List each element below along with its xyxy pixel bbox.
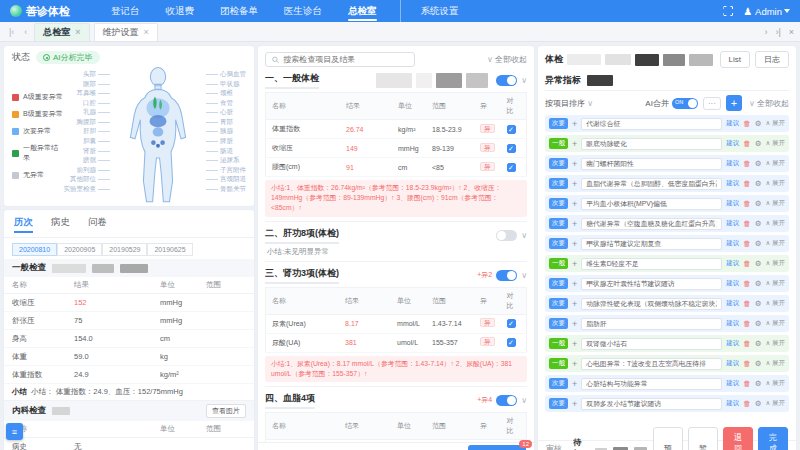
table-row[interactable]: 收缩压152mmHg xyxy=(4,294,254,312)
settings-icon[interactable]: ⚙ xyxy=(755,119,762,128)
nav-item-团检备单[interactable]: 团检备单 xyxy=(207,0,271,22)
abnormal-item[interactable]: 次要+建议🗑⚙∧ 展开 xyxy=(545,275,789,292)
abnormal-text-input[interactable] xyxy=(581,198,722,210)
section-header[interactable]: 四、血脂4项+异4∨ xyxy=(265,392,527,409)
trash-icon[interactable]: 🗑 xyxy=(743,279,751,288)
add-icon[interactable]: + xyxy=(572,199,577,209)
trash-icon[interactable]: 🗑 xyxy=(743,339,751,348)
history-date-tab[interactable]: 20200810 xyxy=(12,243,57,256)
suggest-link[interactable]: 建议 xyxy=(726,279,739,288)
abnormal-text-input[interactable] xyxy=(581,278,722,290)
chevron-down-icon[interactable]: ∨ xyxy=(521,76,527,85)
tab-scroll-end-icon[interactable]: ›| xyxy=(775,27,780,37)
organ-label-心脏[interactable]: 心脏 xyxy=(206,108,246,117)
trash-icon[interactable]: 🗑 xyxy=(743,259,751,268)
trash-icon[interactable]: 🗑 xyxy=(743,319,751,328)
add-icon[interactable]: + xyxy=(572,219,577,229)
compare-checkbox[interactable]: ✓ xyxy=(507,125,516,134)
settings-icon[interactable]: ⚙ xyxy=(755,299,762,308)
organ-label-胰腺[interactable]: 胰腺 xyxy=(206,127,246,136)
user-menu[interactable]: ♟ Admin xyxy=(743,6,790,17)
section-toggle[interactable] xyxy=(496,270,517,281)
organ-label-头部[interactable]: 头部 xyxy=(83,70,110,79)
trash-icon[interactable]: 🗑 xyxy=(743,299,751,308)
abnormal-item[interactable]: 一般+建议🗑⚙∧ 展开 xyxy=(545,135,789,152)
suggest-link[interactable]: 建议 xyxy=(726,139,739,148)
organ-label-食管[interactable]: 食管 xyxy=(206,99,246,108)
expand-toggle[interactable]: ∧ 展开 xyxy=(765,339,785,348)
trash-icon[interactable]: 🗑 xyxy=(743,379,751,388)
table-row[interactable]: 尿酸(UA)381umol/L155-357异✓ xyxy=(266,333,527,352)
预览-button[interactable]: 预览 xyxy=(653,427,683,450)
history-date-tab[interactable]: 20190625 xyxy=(147,243,192,256)
abnormal-text-input[interactable] xyxy=(581,138,722,150)
fullscreen-icon[interactable] xyxy=(723,6,733,16)
suggest-link[interactable]: 建议 xyxy=(726,239,739,248)
abnormal-text-input[interactable] xyxy=(581,398,722,410)
abnormal-item[interactable]: 次要+建议🗑⚙∧ 展开 xyxy=(545,375,789,392)
organ-label-宫颈阴道[interactable]: 宫颈阴道 xyxy=(206,175,246,184)
trash-icon[interactable]: 🗑 xyxy=(743,239,751,248)
trash-icon[interactable]: 🗑 xyxy=(743,159,751,168)
workspace-tab[interactable]: 总检室× xyxy=(34,23,89,41)
abnormal-item[interactable]: 次要+建议🗑⚙∧ 展开 xyxy=(545,395,789,412)
expand-toggle[interactable]: ∧ 展开 xyxy=(765,139,785,148)
compare-checkbox[interactable]: ✓ xyxy=(507,338,516,347)
expand-toggle[interactable]: ∧ 展开 xyxy=(765,359,785,368)
abnormal-text-input[interactable] xyxy=(581,118,722,130)
add-icon[interactable]: + xyxy=(572,179,577,189)
compare-checkbox[interactable]: ✓ xyxy=(507,163,516,172)
organ-label-实验室检查[interactable]: 实验室检查 xyxy=(64,185,111,194)
organ-label-眼部[interactable]: 眼部 xyxy=(83,80,110,89)
expand-toggle[interactable]: ∧ 展开 xyxy=(765,399,785,408)
table-row[interactable]: 舒张压75mmHg xyxy=(4,312,254,330)
suggest-link[interactable]: 建议 xyxy=(726,199,739,208)
nav-item-登记台[interactable]: 登记台 xyxy=(98,0,153,22)
organ-label-胸腹部[interactable]: 胸腹部 xyxy=(77,118,111,127)
table-row[interactable]: 体重指数26.74kg/m²18.5-23.9异✓ xyxy=(266,120,527,139)
trash-icon[interactable]: 🗑 xyxy=(743,199,751,208)
abnormal-item[interactable]: 一般+建议🗑⚙∧ 展开 xyxy=(545,355,789,372)
close-icon[interactable]: × xyxy=(144,27,149,37)
collapse-all-middle[interactable]: ∨ 全部收起 xyxy=(487,54,527,65)
history-tab-历次[interactable]: 历次 xyxy=(14,216,33,233)
settings-icon[interactable]: ⚙ xyxy=(755,159,762,168)
add-icon[interactable]: + xyxy=(572,399,577,409)
organ-label-胃部[interactable]: 胃部 xyxy=(206,118,246,127)
settings-icon[interactable]: ⚙ xyxy=(755,359,762,368)
suggest-link[interactable]: 建议 xyxy=(726,319,739,328)
退回分科-button[interactable]: 退回分科 xyxy=(723,427,753,450)
暂存-button[interactable]: 暂存 xyxy=(688,427,718,450)
suggest-link[interactable]: 建议 xyxy=(726,159,739,168)
search-input[interactable] xyxy=(283,55,408,64)
abnormal-text-input[interactable] xyxy=(581,218,722,230)
collapse-all-right[interactable]: ∨ 全部收起 xyxy=(749,98,789,109)
section-header[interactable]: 二、肝功8项(体检)∨ xyxy=(265,227,527,244)
suggest-link[interactable]: 建议 xyxy=(726,179,739,188)
compare-results-button[interactable]: 结果对比 12 xyxy=(468,445,526,450)
suggest-link[interactable]: 建议 xyxy=(726,259,739,268)
abnormal-text-input[interactable] xyxy=(581,318,722,330)
settings-icon[interactable]: ⚙ xyxy=(755,399,762,408)
settings-icon[interactable]: ⚙ xyxy=(755,219,762,228)
nav-item-医生诊台[interactable]: 医生诊台 xyxy=(271,0,335,22)
abnormal-item[interactable]: 次要+建议🗑⚙∧ 展开 xyxy=(545,235,789,252)
history-date-tab[interactable]: 20190529 xyxy=(102,243,147,256)
organ-label-心脑血管[interactable]: 心脑血管 xyxy=(206,70,246,79)
history-date-tab[interactable]: 20200905 xyxy=(57,243,102,256)
add-icon[interactable]: + xyxy=(572,319,577,329)
close-icon[interactable]: × xyxy=(75,27,80,37)
expand-toggle[interactable]: ∧ 展开 xyxy=(765,159,785,168)
settings-icon[interactable]: ⚙ xyxy=(755,279,762,288)
add-abnormal-button[interactable]: + xyxy=(726,95,742,111)
abnormal-item[interactable]: 次要+建议🗑⚙∧ 展开 xyxy=(545,195,789,212)
trash-icon[interactable]: 🗑 xyxy=(743,139,751,148)
add-icon[interactable]: + xyxy=(572,339,577,349)
organ-label-耳鼻喉[interactable]: 耳鼻喉 xyxy=(77,89,111,98)
table-row[interactable]: 身高154.0cm xyxy=(4,330,254,348)
expand-toggle[interactable]: ∧ 展开 xyxy=(765,259,785,268)
expand-toggle[interactable]: ∧ 展开 xyxy=(765,299,785,308)
chevron-down-icon[interactable]: ∨ xyxy=(521,396,527,405)
organ-label-其他部位[interactable]: 其他部位 xyxy=(70,175,110,184)
tab-scroll-left-icon[interactable]: ‹ xyxy=(21,27,30,37)
